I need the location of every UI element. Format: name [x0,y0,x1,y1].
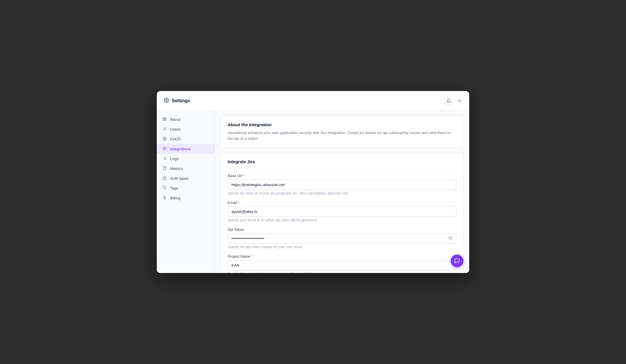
svg-rect-3 [163,119,164,120]
svg-rect-2 [165,118,166,119]
svg-point-25 [450,237,451,239]
email-required: * [238,200,240,205]
sidebar-item-tags[interactable]: Tags [157,183,214,193]
sidebar-label-cicd: CI/CD [170,137,181,141]
sidebar-label-about: About [170,117,180,122]
project-name-input[interactable] [228,260,456,270]
base-url-hint: Specify the base url of your jira projec… [228,191,456,195]
sidebar-item-integrations[interactable]: Integrations [157,144,214,154]
sidebar: About Users CI/CD [157,111,215,273]
email-hint: Specify your email id for which api toke… [228,218,456,222]
email-input[interactable] [228,207,456,217]
modal-title: Settings [172,98,190,103]
svg-point-9 [165,147,166,148]
api-token-group: Api Token Specify the api token created … [228,227,456,249]
sidebar-item-users[interactable]: Users [157,124,214,134]
svg-point-10 [163,148,164,149]
base-url-group: Base Url * Specify the base url of your … [228,174,456,195]
sidebar-item-auth-types[interactable]: Auth types [157,173,214,183]
modal-title-area: Settings [164,98,190,104]
svg-point-12 [165,148,166,149]
sidebar-label-billing: Billing [170,196,181,200]
svg-point-8 [164,147,165,148]
api-token-input[interactable] [228,233,456,244]
list-icon [163,156,167,161]
project-name-required: * [251,254,253,259]
chat-fab-button[interactable] [451,255,463,267]
gear-icon [163,137,167,141]
sidebar-label-logs: Logs [170,157,178,161]
base-url-label: Base Url * [228,174,456,178]
lock-icon [163,176,167,181]
content-area: About the Integration Seamlessly enhance… [215,111,469,273]
sidebar-item-about[interactable]: About [157,114,214,124]
svg-point-0 [166,100,167,101]
sidebar-item-cicd[interactable]: CI/CD [157,134,214,144]
svg-point-5 [164,127,165,129]
grid-dots-icon [163,146,167,151]
sidebar-item-metrics[interactable]: Metrics [157,164,214,173]
svg-rect-4 [165,119,166,120]
api-token-hint: Specify the api token created for your u… [228,245,456,249]
svg-rect-1 [163,118,164,119]
toggle-password-button[interactable] [448,235,453,242]
about-section-title: About the Integration [228,122,456,127]
modal-body: About Users CI/CD [157,111,469,273]
billing-icon [163,196,167,200]
api-token-label: Api Token [228,227,456,232]
integrate-jira-card: Integrate Jira Base Url * Specify the ba… [220,153,463,273]
close-button[interactable]: × [457,97,462,105]
settings-modal: Settings × About [157,91,469,273]
svg-rect-22 [163,178,166,179]
user-icon [163,127,167,131]
svg-point-13 [163,149,164,150]
sidebar-label-tags: Tags [170,186,178,190]
svg-point-7 [163,147,164,148]
svg-point-11 [164,148,165,149]
tag-icon [163,186,167,190]
about-section-description: Seamlessly enhance your web application … [228,130,456,141]
email-group: Email * Specify your email id for which … [228,200,456,222]
svg-point-15 [165,149,166,150]
base-url-required: * [243,174,244,178]
notification-button[interactable] [444,96,453,105]
base-url-input[interactable] [228,180,456,190]
sidebar-label-users: Users [170,127,180,131]
email-label: Email * [228,200,456,205]
sidebar-item-logs[interactable]: Logs [157,154,214,164]
project-name-label: Project Name * [228,254,456,259]
project-name-hint: Specify the project id for your jira pro… [228,272,456,273]
header-actions: × [444,96,462,105]
sidebar-label-auth-types: Auth types [170,176,189,181]
grid-icon [163,117,167,122]
sidebar-item-billing[interactable]: Billing [157,193,214,203]
svg-point-6 [164,138,165,139]
file-icon [163,166,167,171]
sidebar-label-integrations: Integrations [170,147,191,151]
modal-header: Settings × [157,91,469,111]
svg-point-14 [164,149,165,150]
about-section-card: About the Integration Seamlessly enhance… [220,116,463,148]
settings-icon [164,98,169,104]
api-token-wrapper [228,233,456,244]
integrate-jira-title: Integrate Jira [228,159,456,168]
sidebar-label-metrics: Metrics [170,166,183,171]
project-name-group: Project Name * Specify the project id fo… [228,254,456,273]
